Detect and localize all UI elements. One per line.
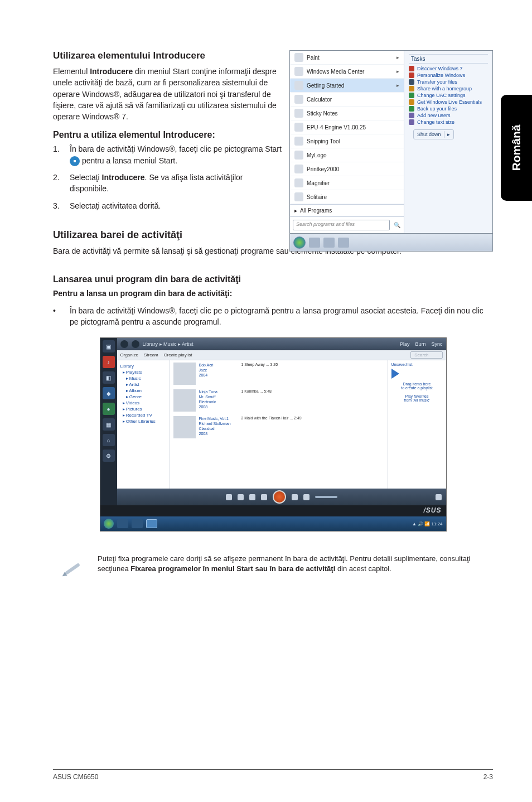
taskbar-icon[interactable]	[117, 519, 128, 528]
taskbar-icon[interactable]	[309, 238, 320, 248]
stop-icon[interactable]	[249, 494, 255, 500]
task-bullet-icon	[409, 106, 414, 112]
wmp-nav-item[interactable]: ▸ Videos	[120, 400, 166, 405]
wmp-nav-item[interactable]: ▸ Playlists	[120, 370, 166, 375]
wmp-controls	[117, 489, 446, 505]
start-menu-item[interactable]: Solitaire	[290, 190, 404, 204]
sidebar-tile[interactable]: ●	[103, 403, 115, 415]
app-icon	[294, 192, 303, 201]
task-link[interactable]: Change UAC settings	[409, 93, 488, 98]
wmp-search-input[interactable]: Search	[410, 351, 442, 359]
start-menu-right: Tasks Discover Windows 7Personalize Wind…	[404, 51, 492, 233]
footer-right: 2-3	[483, 773, 493, 781]
task-link[interactable]: Share with a homegroup	[409, 86, 488, 91]
wmp-tab-burn[interactable]: Burn	[415, 341, 425, 347]
start-menu-item[interactable]: Printkey2000	[290, 162, 404, 176]
wmp-nav-item[interactable]: ▸ Music	[120, 376, 166, 381]
chevron-right-icon: ▸	[396, 55, 399, 60]
sidebar-tile[interactable]: ⚙	[103, 450, 115, 462]
wmp-nav-item[interactable]: ▸ Album	[120, 388, 166, 393]
task-link[interactable]: Discover Windows 7	[409, 66, 488, 71]
system-tray[interactable]: ▲ 🔊 📶 11:24	[412, 521, 443, 526]
step-2-text: Selectaţi Introducere. Se va afişa lista…	[70, 172, 282, 195]
step-2-num: 2.	[53, 172, 70, 195]
prev-icon[interactable]	[261, 494, 267, 500]
album-tracks: 2 Maid with the Flaxen Hair ... 2:49	[241, 416, 384, 420]
wmp-nav-item[interactable]: ▸ Artist	[120, 382, 166, 387]
start-menu-item[interactable]: Magnifier	[290, 176, 404, 190]
shutdown-button[interactable]: Shut down ▸	[413, 129, 454, 139]
repeat-icon[interactable]	[238, 494, 244, 500]
wmp-nav-item[interactable]: ▸ Other Libraries	[120, 419, 166, 424]
start-menu-item[interactable]: MyLogo	[290, 148, 404, 162]
task-bullet-icon	[409, 79, 414, 85]
wmp-nav-item[interactable]: ▸ Pictures	[120, 407, 166, 412]
sidebar-tile[interactable]: ▦	[103, 418, 115, 431]
next-icon[interactable]	[292, 494, 298, 500]
wmp-breadcrumb[interactable]: Library ▸ Music ▸ Artist	[143, 341, 194, 347]
start-menu-left: Paint▸Windows Media Center▸Getting Start…	[290, 51, 404, 233]
start-menu-item[interactable]: Getting Started▸	[290, 79, 404, 93]
wmp-right-pane: Unsaved list Drag items here to create a…	[388, 360, 446, 489]
nav-back-icon[interactable]	[120, 340, 128, 348]
step-1-num: 1.	[53, 143, 70, 166]
wmp-album-row[interactable]: Ninja Tuna Mr. Scruff Electronic 20081 K…	[173, 389, 384, 412]
taskbar-icon[interactable]	[338, 238, 349, 248]
task-link[interactable]: Add new users	[409, 113, 488, 118]
task-bullet-icon	[409, 119, 414, 125]
sec3-bullet-text: În bara de activităţi Windows®, faceţi c…	[70, 305, 493, 328]
taskbar-icon[interactable]	[323, 238, 335, 248]
task-link[interactable]: Change text size	[409, 119, 488, 125]
wmp-hint2: Play favorites from 'All music'	[391, 394, 443, 402]
wmp-album-row[interactable]: Fine Music, Vol.1 Richard Stoltzman Clas…	[173, 416, 384, 438]
search-input[interactable]: Search programs and files	[293, 220, 390, 230]
wmp-nav-item[interactable]: ▸ Recorded TV	[120, 413, 166, 418]
album-meta: Ninja Tuna Mr. Scruff Electronic 2008	[199, 389, 238, 409]
start-orb-icon[interactable]	[104, 519, 114, 529]
task-link[interactable]: Personalize Windows	[409, 73, 488, 78]
play-icon[interactable]	[391, 369, 399, 379]
start-menu-item[interactable]: Snipping Tool	[290, 134, 404, 148]
mute-icon[interactable]	[303, 494, 309, 500]
wmp-window: Library ▸ Music ▸ Artist Play Burn Sync …	[117, 338, 446, 505]
step-3: 3. Selectaţi activitatea dorită.	[53, 200, 282, 211]
start-menu-item[interactable]: EPU-4 Engine V1.00.25	[290, 120, 404, 134]
all-programs[interactable]: ▸ All Programs	[290, 204, 404, 216]
wmp-menu-stream[interactable]: Stream	[144, 352, 158, 357]
taskbar-icon-active[interactable]	[146, 519, 157, 528]
sidebar-tile[interactable]: ♪	[103, 356, 115, 368]
task-link[interactable]: Transfer your files	[409, 79, 488, 85]
task-bullet-icon	[409, 113, 414, 118]
task-link[interactable]: Get Windows Live Essentials	[409, 99, 488, 105]
sidebar-tile[interactable]: ▣	[103, 340, 115, 352]
start-menu-item[interactable]: Paint▸	[290, 51, 404, 65]
task-link[interactable]: Back up your files	[409, 106, 488, 112]
app-icon	[294, 123, 303, 132]
wmp-tab-play[interactable]: Play	[400, 341, 410, 347]
wmp-nav-item[interactable]: ▸ Genre	[120, 394, 166, 399]
fullscreen-icon[interactable]	[436, 494, 442, 500]
wmp-tab-sync[interactable]: Sync	[431, 341, 442, 347]
search-icon[interactable]: 🔍	[393, 222, 401, 228]
start-menu-item[interactable]: Sticky Notes	[290, 107, 404, 120]
wmp-menu-organize[interactable]: Organize	[120, 352, 138, 357]
sidebar-tile[interactable]: ◧	[103, 371, 115, 384]
play-button[interactable]	[273, 490, 286, 504]
wmp-album-row[interactable]: Bob Acri Jazz 20041 Sleep Away ... 3:20	[173, 363, 384, 385]
album-art	[173, 389, 196, 412]
start-menu-item[interactable]: Windows Media Center▸	[290, 65, 404, 79]
start-menu-item[interactable]: Calculator	[290, 93, 404, 107]
volume-slider[interactable]	[315, 496, 337, 498]
app-icon	[294, 109, 303, 118]
wmp-nav-item[interactable]: Library	[120, 364, 166, 369]
note-box: Puteţi fixa programele care doriţi să se…	[53, 554, 493, 581]
taskbar-icon[interactable]	[132, 519, 143, 528]
task-bullet-icon	[409, 93, 414, 98]
wmp-menu-create[interactable]: Create playlist	[164, 352, 192, 357]
shuffle-icon[interactable]	[226, 494, 232, 500]
nav-fwd-icon[interactable]	[132, 340, 139, 348]
start-orb-icon[interactable]	[293, 236, 306, 249]
sidebar-tile[interactable]: ⌂	[103, 434, 115, 446]
brand-bar: /SUS	[100, 505, 446, 516]
sidebar-tile[interactable]: ◆	[103, 387, 115, 399]
